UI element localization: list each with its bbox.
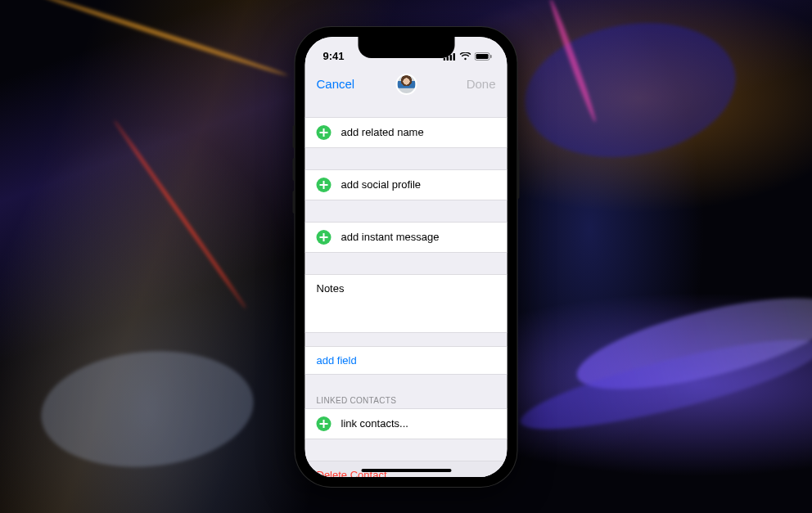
row-label: add field bbox=[317, 354, 357, 367]
row-label: add related name bbox=[341, 126, 424, 138]
row-label: add instant message bbox=[341, 231, 440, 243]
row-label: link contacts... bbox=[341, 417, 408, 430]
status-time: 9:41 bbox=[323, 50, 345, 62]
add-related-name-row[interactable]: add related name bbox=[305, 117, 508, 148]
plus-icon bbox=[317, 125, 332, 140]
iphone-frame: 9:41 Cancel Done add related name add bbox=[295, 27, 517, 487]
screen: 9:41 Cancel Done add related name add bbox=[305, 37, 508, 477]
svg-rect-2 bbox=[450, 55, 453, 61]
add-social-profile-row[interactable]: add social profile bbox=[305, 169, 508, 200]
svg-rect-5 bbox=[476, 54, 489, 59]
edit-contact-form[interactable]: add related name add social profile add … bbox=[305, 101, 508, 477]
svg-rect-1 bbox=[447, 56, 449, 61]
battery-icon bbox=[475, 52, 493, 61]
row-label: add social profile bbox=[341, 178, 422, 191]
home-indicator[interactable] bbox=[361, 469, 451, 472]
wifi-icon bbox=[460, 52, 471, 61]
nav-bar: Cancel Done bbox=[305, 68, 508, 101]
plus-icon bbox=[317, 178, 332, 192]
svg-rect-0 bbox=[444, 58, 446, 61]
svg-rect-3 bbox=[453, 53, 456, 61]
notes-field[interactable]: Notes bbox=[305, 274, 508, 333]
plus-icon bbox=[317, 230, 332, 245]
plus-icon bbox=[317, 416, 332, 431]
done-button[interactable]: Done bbox=[467, 77, 496, 91]
add-instant-message-row[interactable]: add instant message bbox=[305, 222, 508, 253]
cancel-button[interactable]: Cancel bbox=[317, 77, 355, 91]
notch bbox=[358, 37, 454, 58]
add-field-row[interactable]: add field bbox=[305, 346, 508, 375]
contact-avatar[interactable] bbox=[395, 74, 417, 95]
linked-contacts-header: LINKED CONTACTS bbox=[305, 396, 508, 408]
link-contacts-row[interactable]: link contacts... bbox=[305, 408, 508, 439]
row-label: Notes bbox=[317, 282, 345, 295]
svg-rect-6 bbox=[490, 55, 492, 58]
